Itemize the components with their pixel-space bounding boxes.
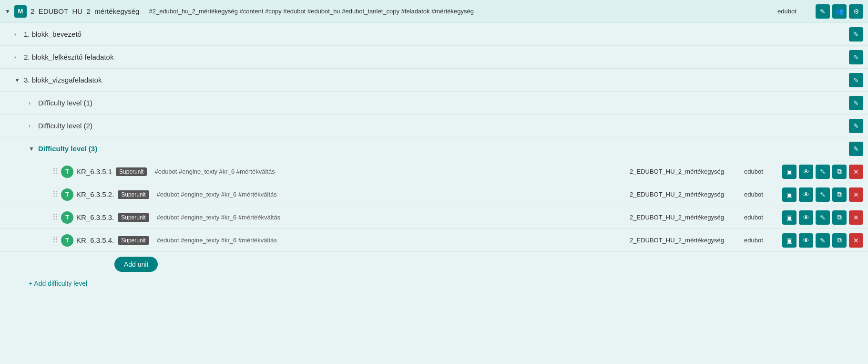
unit-author: edubot [744,191,782,198]
superunit-badge: Superunit [118,190,149,199]
unit-tags: #edubot #engine_texty #kr_6 #mértékváltá… [157,191,620,198]
blokk3-title: 3. blokk_vizsgafeladatok [24,76,102,84]
diff3-chevron[interactable]: ▼ [29,146,38,152]
unit-actions: ▣ 👁 ✎ ⧉ ✕ [782,165,863,179]
unit-tags: #edubot #engine_texty #kr_6 #mértékváltá… [157,237,620,244]
drag-handle[interactable]: ⠿ [52,167,58,176]
unit-module: 2_EDUBOT_HU_2_mértékegység [630,214,735,221]
drag-handle[interactable]: ⠿ [52,190,58,199]
t-badge: T [61,166,73,178]
drag-handle[interactable]: ⠿ [52,236,58,245]
blokk2-chevron[interactable]: › [14,54,24,61]
delete-button[interactable]: ✕ [849,210,863,225]
diff3-row: ▼ Difficulty level (3) ✎ [0,137,868,160]
drag-handle[interactable]: ⠿ [52,213,58,222]
diff3-edit-button[interactable]: ✎ [849,142,863,156]
top-chevron[interactable]: ▼ [5,8,14,15]
edit-button[interactable]: ✎ [816,187,830,202]
eye-button[interactable]: 👁 [799,210,813,225]
unit-row: ⠿ T KR_6.3.5.4. Superunit #edubot #engin… [0,229,868,252]
blokk1-edit-button[interactable]: ✎ [849,27,863,42]
top-author: edubot [777,8,816,15]
unit-rows-container: ⠿ T KR_6.3.5.1 Superunit #edubot #engine… [0,160,868,252]
t-badge: T [61,188,73,201]
m-badge: M [14,5,27,18]
add-difficulty-row: + Add difficulty level [0,277,868,290]
unit-id: KR_6.3.5.1 [76,167,112,176]
blokk3-edit-button[interactable]: ✎ [849,73,863,87]
eye-button[interactable]: 👁 [799,165,813,179]
copy-button[interactable]: ⧉ [832,165,847,179]
unit-tags: #edubot #engine_texty #kr_6 #mértékváltá… [154,168,620,175]
eye-button[interactable]: 👁 [799,233,813,248]
delete-button[interactable]: ✕ [849,165,863,179]
unit-actions: ▣ 👁 ✎ ⧉ ✕ [782,187,863,202]
copy-button[interactable]: ⧉ [832,233,847,248]
unit-id: KR_6.3.5.3. [76,213,114,221]
unit-id: KR_6.3.5.4. [76,236,114,244]
monitor-button[interactable]: ▣ [782,210,797,225]
t-badge: T [61,234,73,247]
t-badge: T [61,211,73,224]
unit-module: 2_EDUBOT_HU_2_mértékegység [630,168,735,175]
diff1-edit-button[interactable]: ✎ [849,96,863,110]
add-unit-button[interactable]: Add unit [114,257,158,272]
top-title: 2_EDUBOT_HU_2_mértékegység [31,7,139,15]
diff1-row: › Difficulty level (1) ✎ [0,92,868,114]
unit-row: ⠿ T KR_6.3.5.3. Superunit #edubot #engin… [0,206,868,229]
unit-author: edubot [744,214,782,221]
blokk3-chevron[interactable]: ▼ [14,77,24,83]
top-row: ▼ M 2_EDUBOT_HU_2_mértékegység #2_edubot… [0,0,868,23]
blokk1-title: 1. blokk_bevezető [24,30,82,38]
superunit-badge: Superunit [116,167,147,176]
unit-actions: ▣ 👁 ✎ ⧉ ✕ [782,233,863,248]
blokk2-row: › 2. blokk_felkészítő feladatok ✎ [0,46,868,69]
diff2-chevron[interactable]: › [29,123,38,129]
superunit-badge: Superunit [118,213,149,222]
copy-button[interactable]: ⧉ [832,187,847,202]
monitor-button[interactable]: ▣ [782,165,797,179]
diff2-row: › Difficulty level (2) ✎ [0,114,868,137]
edit-button[interactable]: ✎ [816,233,830,248]
superunit-badge: Superunit [118,236,149,245]
delete-button[interactable]: ✕ [849,233,863,248]
edit-button[interactable]: ✎ [816,165,830,179]
unit-author: edubot [744,168,782,175]
settings-button[interactable]: ⚙ [849,4,863,19]
add-difficulty-link[interactable]: + Add difficulty level [0,277,868,290]
monitor-button[interactable]: ▣ [782,187,797,202]
blokk2-title: 2. blokk_felkészítő feladatok [24,53,113,61]
unit-module: 2_EDUBOT_HU_2_mértékegység [630,237,735,244]
unit-row: ⠿ T KR_6.3.5.1 Superunit #edubot #engine… [0,160,868,183]
diff2-title: Difficulty level (2) [38,122,92,130]
unit-tags: #edubot #engine_texty #kr_6 #mértéékvált… [157,214,620,221]
blokk3-row: ▼ 3. blokk_vizsgafeladatok ✎ [0,69,868,92]
diff1-chevron[interactable]: › [29,100,38,106]
blokk1-row: › 1. blokk_bevezető ✎ [0,23,868,46]
unit-id: KR_6.3.5.2. [76,190,114,198]
copy-button[interactable]: ⧉ [832,210,847,225]
diff2-edit-button[interactable]: ✎ [849,119,863,133]
add-unit-row: Add unit [0,252,868,277]
blokk1-chevron[interactable]: › [14,31,24,38]
blokk2-edit-button[interactable]: ✎ [849,50,863,64]
edit-button[interactable]: ✎ [816,210,830,225]
eye-button[interactable]: 👁 [799,187,813,202]
delete-button[interactable]: ✕ [849,187,863,202]
unit-author: edubot [744,237,782,244]
users-button[interactable]: 👥 [832,4,847,19]
unit-module: 2_EDUBOT_HU_2_mértékegység [630,191,735,198]
diff3-title: Difficulty level (3) [38,145,97,153]
monitor-button[interactable]: ▣ [782,233,797,248]
unit-row: ⠿ T KR_6.3.5.2. Superunit #edubot #engin… [0,183,868,206]
edit-button[interactable]: ✎ [816,4,830,19]
top-actions: ✎ 👥 ⚙ [816,4,863,19]
top-tags: #2_edubot_hu_2_mértékegység #content #co… [139,8,768,15]
diff1-title: Difficulty level (1) [38,99,92,107]
unit-actions: ▣ 👁 ✎ ⧉ ✕ [782,210,863,225]
